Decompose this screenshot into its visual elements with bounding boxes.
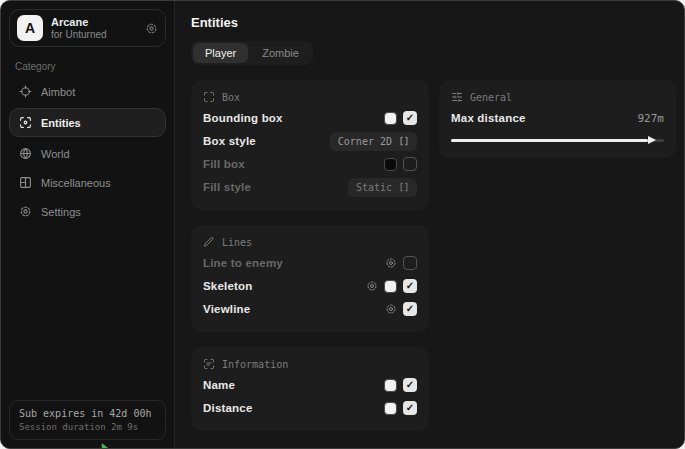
- sidebar-item-entities[interactable]: Entities: [9, 108, 166, 137]
- section-title: Information: [222, 359, 288, 370]
- app-name: Arcane: [51, 16, 107, 28]
- subscription-card: Sub expires in 42d 00h Session duration …: [9, 400, 166, 440]
- color-swatch[interactable]: [384, 402, 397, 415]
- pencil-line-icon: [203, 236, 215, 248]
- row-skeleton: Skeleton: [203, 275, 417, 297]
- gear-icon: [366, 280, 378, 292]
- left-column: Box Bounding box Box style Corner 2D: [191, 80, 429, 431]
- fill-box-checkbox[interactable]: [403, 157, 417, 171]
- max-distance-slider[interactable]: [451, 134, 664, 146]
- row-label: Distance: [203, 402, 253, 414]
- gear-icon: [19, 205, 32, 218]
- box-style-dropdown[interactable]: Corner 2D: [330, 132, 417, 151]
- scan-icon: [19, 116, 32, 129]
- color-swatch[interactable]: [384, 112, 397, 125]
- color-swatch[interactable]: [384, 158, 397, 171]
- name-checkbox[interactable]: [403, 378, 417, 392]
- row-label: Max distance: [451, 112, 526, 124]
- row-label: Fill style: [203, 181, 251, 193]
- app-subtitle: for Unturned: [51, 29, 107, 40]
- app-meta: Arcane for Unturned: [51, 16, 107, 40]
- app-logo-letter: A: [25, 20, 35, 36]
- general-section-header: General: [451, 90, 664, 104]
- globe-icon: [19, 147, 32, 160]
- sidebar-item-label: Miscellaneous: [41, 177, 111, 189]
- sidebar-item-miscellaneous[interactable]: Miscellaneous: [9, 168, 166, 197]
- sidebar-item-label: World: [41, 148, 70, 160]
- bounding-box-checkbox[interactable]: [403, 111, 417, 125]
- information-section: Information Name Distance: [191, 347, 429, 431]
- right-column: General Max distance 927m: [439, 80, 676, 158]
- slider-fill: [451, 139, 648, 142]
- row-fill-box: Fill box: [203, 153, 417, 175]
- app-header-card: A Arcane for Unturned: [9, 9, 166, 47]
- max-distance-value: 927m: [638, 112, 665, 125]
- gear-icon: [385, 257, 397, 269]
- box-section: Box Bounding box Box style Corner 2D: [191, 80, 429, 210]
- skeleton-checkbox[interactable]: [403, 279, 417, 293]
- gear-icon: [385, 303, 397, 315]
- crosshair-icon: [19, 85, 32, 98]
- general-section: General Max distance 927m: [439, 80, 676, 158]
- row-fill-style: Fill style Static: [203, 176, 417, 198]
- sliders-icon: [451, 91, 463, 103]
- scan-icon: [203, 91, 215, 103]
- section-title: Box: [222, 92, 240, 103]
- color-swatch[interactable]: [384, 379, 397, 392]
- lines-section-header: Lines: [203, 235, 417, 249]
- dropdown-value: Corner 2D: [338, 136, 392, 147]
- row-label: Skeleton: [203, 280, 253, 292]
- sidebar-item-settings[interactable]: Settings: [9, 197, 166, 226]
- row-label: Line to enemy: [203, 257, 283, 269]
- tab-player[interactable]: Player: [193, 43, 248, 63]
- dropdown-value: Static: [356, 182, 392, 193]
- sidebar-item-label: Settings: [41, 206, 81, 218]
- sidebar-item-label: Aimbot: [41, 86, 75, 98]
- main-content: Entities Player Zombie Box: [175, 1, 684, 448]
- sidebar-item-aimbot[interactable]: Aimbot: [9, 77, 166, 106]
- category-label: Category: [15, 61, 160, 72]
- row-viewline: Viewline: [203, 298, 417, 320]
- brackets-icon: [399, 136, 409, 146]
- panels-icon: [19, 176, 32, 189]
- row-bounding-box: Bounding box: [203, 107, 417, 129]
- color-swatch[interactable]: [384, 280, 397, 293]
- viewline-settings-button[interactable]: [385, 303, 397, 315]
- line-to-enemy-settings-button[interactable]: [385, 257, 397, 269]
- row-name: Name: [203, 374, 417, 396]
- app-window: A Arcane for Unturned Category Aimbo: [0, 0, 685, 449]
- row-label: Fill box: [203, 158, 245, 170]
- skeleton-settings-button[interactable]: [366, 280, 378, 292]
- tab-zombie[interactable]: Zombie: [250, 43, 311, 63]
- slider-thumb[interactable]: [648, 136, 656, 144]
- sub-expiry-text: Sub expires in 42d 00h: [19, 408, 156, 419]
- section-title: General: [470, 92, 512, 103]
- brackets-icon: [399, 182, 409, 192]
- tab-bar: Player Zombie: [191, 41, 313, 65]
- row-box-style: Box style Corner 2D: [203, 130, 417, 152]
- distance-checkbox[interactable]: [403, 401, 417, 415]
- viewline-checkbox[interactable]: [403, 302, 417, 316]
- sidebar-nav: Aimbot Entities World: [9, 77, 166, 226]
- section-title: Lines: [222, 237, 252, 248]
- row-distance: Distance: [203, 397, 417, 419]
- settings-columns: Box Bounding box Box style Corner 2D: [191, 80, 676, 431]
- mouse-cursor: [100, 442, 114, 449]
- fill-style-dropdown[interactable]: Static: [348, 178, 417, 197]
- line-to-enemy-checkbox[interactable]: [403, 256, 417, 270]
- row-label: Bounding box: [203, 112, 283, 124]
- row-label: Viewline: [203, 303, 250, 315]
- page-title: Entities: [191, 15, 676, 30]
- sidebar-item-label: Entities: [41, 117, 81, 129]
- scan-text-icon: [203, 358, 215, 370]
- box-section-header: Box: [203, 90, 417, 104]
- sidebar-spacer: [9, 226, 166, 400]
- row-label: Name: [203, 379, 235, 391]
- row-line-to-enemy: Line to enemy: [203, 252, 417, 274]
- sidebar-item-world[interactable]: World: [9, 139, 166, 168]
- header-gear-button[interactable]: [145, 22, 158, 35]
- lines-section: Lines Line to enemy: [191, 225, 429, 332]
- app-logo: A: [17, 15, 43, 41]
- gear-icon: [145, 22, 158, 35]
- sidebar: A Arcane for Unturned Category Aimbo: [1, 1, 175, 448]
